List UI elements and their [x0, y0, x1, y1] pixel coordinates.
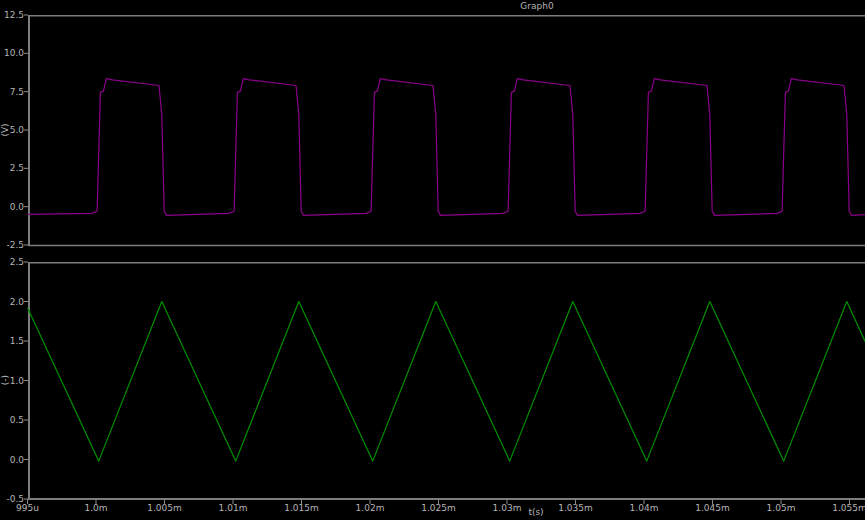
- y-tick-label: 12.5: [0, 10, 25, 20]
- x-tick-label: 1.035m: [558, 503, 593, 513]
- x-tick-label: 1.0m: [84, 503, 107, 513]
- x-tick-label: 995u: [16, 503, 39, 513]
- bottom-plot-area[interactable]: [28, 262, 865, 499]
- x-tick-label: 1.05m: [767, 503, 796, 513]
- x-tick-label: 1.02m: [356, 503, 385, 513]
- y-tick-label: 0.0: [0, 455, 25, 465]
- x-tick-label: 1.045m: [695, 503, 730, 513]
- x-tick-label: 1.01m: [219, 503, 248, 513]
- y-tick-label: 7.5: [0, 87, 25, 97]
- y-tick-label: 1.0: [0, 376, 25, 386]
- y-tick-label: 2.5: [0, 257, 25, 267]
- top-plot-area[interactable]: [28, 15, 865, 245]
- x-tick-label: 1.03m: [493, 503, 522, 513]
- graph-window: Graph0 (V) (-) t(s) 12.510.07.55.02.50.0…: [0, 0, 865, 520]
- y-tick-label: 0.0: [0, 202, 25, 212]
- x-tick-label: 1.055m: [832, 503, 865, 513]
- x-tick-label: 1.025m: [421, 503, 456, 513]
- y-tick-label: 5.0: [0, 125, 25, 135]
- y-tick-label: 0.5: [0, 415, 25, 425]
- y-tick-label: 2.0: [0, 297, 25, 307]
- y-tick-label: 2.5: [0, 163, 25, 173]
- x-axis-title: t(s): [528, 507, 543, 517]
- y-tick-label: 10.0: [0, 48, 25, 58]
- x-tick-label: 1.015m: [284, 503, 319, 513]
- x-tick-label: 1.005m: [147, 503, 182, 513]
- y-tick-label: 1.5: [0, 336, 25, 346]
- x-tick-label: 1.04m: [630, 503, 659, 513]
- y-tick-label: -2.5: [0, 240, 25, 250]
